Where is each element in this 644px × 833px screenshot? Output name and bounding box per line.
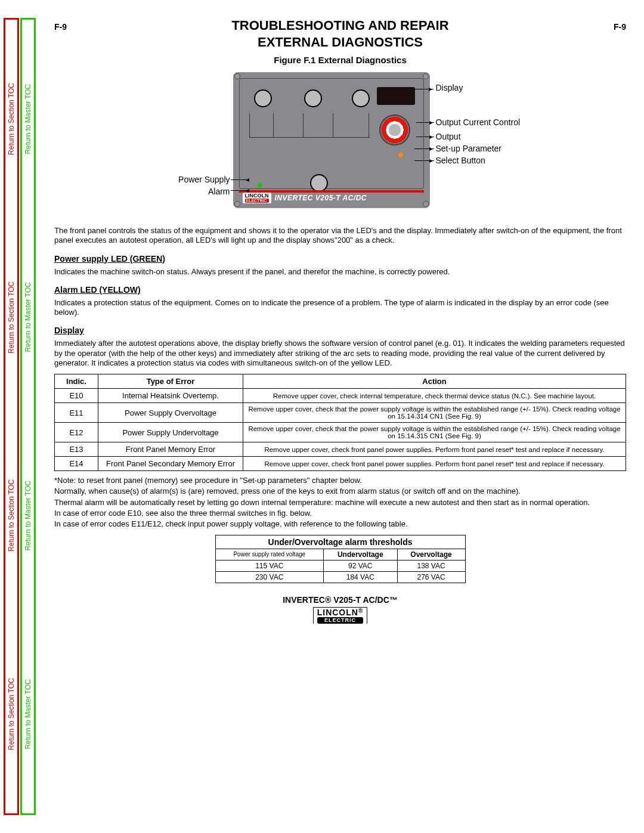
callout-occ: Output Current Control (436, 117, 521, 127)
th-under: Undervoltage (324, 549, 398, 561)
master-toc-link[interactable]: Return to Master TOC (24, 84, 32, 154)
note-thermal: Thermal alarm will be automatically rese… (54, 498, 626, 507)
panel-model-text: INVERTEC V205-T AC/DC (275, 194, 367, 202)
page-number-left: F-9 (54, 22, 67, 32)
footer-product: INVERTEC® V205-T AC/DC™ (54, 595, 626, 605)
cell-action: Remove upper cover, check front panel po… (243, 457, 626, 471)
th-type: Type of Error (98, 374, 243, 389)
cell-under: 184 VAC (324, 572, 398, 583)
intro-paragraph: The front panel controls the status of t… (54, 226, 626, 246)
section-toc-link[interactable]: Return to Section TOC (7, 281, 16, 354)
cell-type: Internal Heatsink Overtemp. (98, 389, 243, 403)
cell-type: Front Panel Memory Error (98, 442, 243, 457)
note-reset: *Note: to reset front panel (memory) see… (54, 476, 626, 485)
note-e11e12: In case of error codes E11/E12, check in… (54, 519, 626, 529)
cell-indic: E14 (55, 457, 98, 471)
table-row: E13 Front Panel Memory Error Remove uppe… (55, 442, 626, 457)
note-e10: In case of error code E10, see also the … (54, 509, 626, 518)
table-row: E12 Power Supply Undervoltage Remove upp… (55, 423, 626, 442)
page-body: F-9 TROUBLESHOOTING AND REPAIR F-9 EXTER… (36, 0, 644, 833)
power-led-icon (258, 183, 262, 188)
cell-action: Remove upper cover, check front panel po… (243, 442, 626, 457)
leader-line (414, 160, 434, 161)
th-rated: Power supply rated voltage (215, 549, 324, 561)
lincoln-logo-icon: LINCOLN ELECTRIC (243, 193, 271, 203)
section-toc-link[interactable]: Return to Section TOC (7, 83, 16, 155)
section-toc-strip: Return to Section TOC Return to Section … (4, 18, 19, 815)
cell-under: 92 VAC (324, 561, 398, 572)
cell-type: Power Supply Overvoltage (98, 403, 243, 423)
leader-line (231, 190, 249, 191)
cell-indic: E11 (55, 403, 98, 423)
cell-action: Remove upper cover, check internal tempe… (243, 389, 626, 403)
cell-action: Remove upper cover, check that the power… (243, 423, 626, 442)
cell-indic: E13 (55, 442, 98, 457)
text-alarm-led: Indicates a protection status of the equ… (54, 298, 626, 318)
text-display: Immediately after the autotest operation… (54, 339, 626, 368)
cell-indic: E12 (55, 423, 98, 442)
brand-bar: LINCOLN ELECTRIC INVERTEC V205-T AC/DC (239, 191, 424, 205)
th-indic: Indic. (55, 374, 98, 389)
cell-over: 276 VAC (397, 572, 465, 583)
page-footer: INVERTEC® V205-T AC/DC™ LINCOLN® ELECTRI… (54, 595, 626, 624)
callout-select: Select Button (436, 156, 485, 165)
note-normally: Normally, when cause(s) of alarm(s) is (… (54, 487, 626, 496)
page-number-right: F-9 (614, 22, 626, 32)
dial-icon (352, 89, 370, 107)
lincoln-logo-icon: LINCOLN® ELECTRIC (313, 607, 368, 624)
knob-icon (379, 114, 410, 145)
table-row: 230 VAC 184 VAC 276 VAC (215, 572, 465, 583)
callout-output: Output (436, 132, 461, 141)
cell-indic: E10 (55, 389, 98, 403)
title-main: TROUBLESHOOTING AND REPAIR (67, 18, 614, 33)
output-led-icon (398, 153, 403, 157)
th-action: Action (243, 374, 626, 389)
cell-rated: 115 VAC (215, 561, 324, 572)
text-power-led: Indicates the machine switch-on status. … (54, 267, 626, 277)
cell-rated: 230 VAC (215, 572, 324, 583)
th-over: Overvoltage (397, 549, 465, 561)
voltage-table: Under/Overvoltage alarm thresholds Power… (215, 535, 466, 583)
figure-external-diagnostics: LINCOLN ELECTRIC INVERTEC V205-T AC/DC D… (174, 72, 507, 215)
table-row: E10 Internal Heatsink Overtemp. Remove u… (55, 389, 626, 403)
figure-caption: Figure F.1 External Diagnostics (54, 55, 626, 65)
callout-power-supply: Power Supply (174, 175, 230, 184)
table-row: E14 Front Panel Secondary Memory Error R… (55, 457, 626, 471)
table-row: 115 VAC 92 VAC 138 VAC (215, 561, 465, 572)
sidebar-toc: Return to Section TOC Return to Section … (0, 0, 36, 833)
cell-type: Front Panel Secondary Memory Error (98, 457, 243, 471)
callout-display: Display (436, 83, 463, 92)
dial-icon (304, 89, 322, 107)
error-table: Indic. Type of Error Action E10 Internal… (54, 374, 626, 471)
leader-line (231, 179, 249, 180)
leader-line (414, 148, 434, 149)
callout-setup: Set-up Parameter (436, 144, 502, 153)
control-panel: LINCOLN ELECTRIC INVERTEC V205-T AC/DC (233, 72, 430, 208)
heading-power-led: Power supply LED (GREEN) (54, 254, 626, 264)
master-toc-strip: Return to Master TOC Return to Master TO… (20, 18, 36, 815)
heading-display: Display (54, 326, 626, 335)
leader-line (416, 137, 434, 137)
master-toc-link[interactable]: Return to Master TOC (24, 679, 32, 750)
display-icon (377, 87, 415, 105)
section-toc-link[interactable]: Return to Section TOC (7, 678, 16, 750)
master-toc-link[interactable]: Return to Master TOC (24, 282, 32, 352)
leader-line (412, 89, 434, 89)
dial-icon (254, 89, 272, 107)
table-row: E11 Power Supply Overvoltage Remove uppe… (55, 403, 626, 423)
heading-alarm-led: Alarm LED (YELLOW) (54, 285, 626, 295)
section-toc-link[interactable]: Return to Section TOC (7, 479, 16, 552)
waveform-icon (249, 113, 370, 138)
leader-line (416, 122, 434, 123)
title-sub: EXTERNAL DIAGNOSTICS (54, 35, 626, 50)
callout-alarm: Alarm (174, 187, 230, 196)
cell-type: Power Supply Undervoltage (98, 423, 243, 442)
dial-icon (310, 174, 328, 192)
master-toc-link[interactable]: Return to Master TOC (24, 481, 32, 551)
cell-action: Remove upper cover, check that the power… (243, 403, 626, 423)
voltage-caption: Under/Overvoltage alarm thresholds (215, 535, 466, 549)
cell-over: 138 VAC (397, 561, 465, 572)
